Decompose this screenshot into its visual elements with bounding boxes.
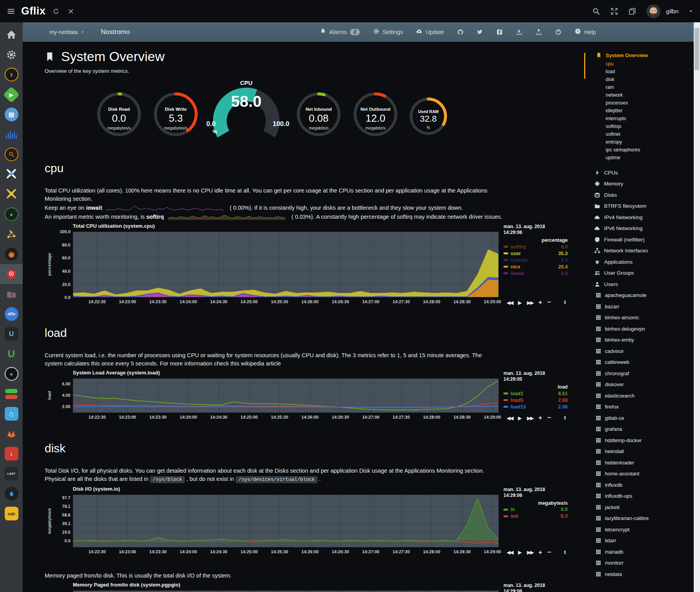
sidebar-item-applications[interactable]: Applications	[594, 256, 689, 268]
sidebar-item-uptime[interactable]: uptime	[596, 154, 689, 162]
sidebar-item-processes[interactable]: processes	[596, 99, 689, 107]
plex-icon[interactable]: ›	[0, 65, 23, 85]
chart-legend[interactable]: man. 13. aug. 201814:29:06megabytes/sin0…	[503, 487, 568, 520]
sidebar-item-network[interactable]: network	[596, 91, 689, 99]
sidebar-item-cpus[interactable]: CPUs	[594, 167, 689, 178]
help-button[interactable]: ? Help	[575, 28, 596, 36]
sidebar-item-firefox[interactable]: firefox	[596, 401, 689, 413]
sidebar-item-heimdall[interactable]: heimdall	[596, 446, 689, 457]
sidebar-item-disk[interactable]: disk	[596, 76, 689, 83]
chart-pan-left-button[interactable]: ◀◀	[507, 415, 513, 421]
sidebar-item-lazylibrarian-calibre[interactable]: lazylibrarian-calibre	[596, 513, 689, 524]
page-scrollbar[interactable]	[694, 22, 700, 592]
sidebar-item-home-assistant[interactable]: home-assistant	[596, 468, 689, 480]
alarms-button[interactable]: Alarms 2	[320, 28, 360, 36]
chart-pan-right-button[interactable]: ▶▶	[527, 415, 533, 421]
gauge-net-outbound[interactable]: Net Outbound12.0megabits/s	[348, 91, 403, 137]
sidebar-item-hiddenloader[interactable]: hiddenloader	[596, 457, 689, 468]
disk-io-chart[interactable]: Disk I/O (system.io)megabytes/s0.019.539…	[45, 486, 577, 557]
node-dropdown[interactable]: my-netdata	[49, 29, 85, 35]
legend-series-load5[interactable]: load52.68	[503, 397, 568, 403]
emby-icon[interactable]: ▶	[0, 85, 23, 104]
gauge-used-ram[interactable]: Used RAM32.8%	[403, 97, 454, 136]
chart-legend[interactable]: man. 13. aug. 201814:29:06megabytes/sin0…	[503, 583, 568, 592]
legend-series-load15[interactable]: load152.06	[503, 403, 568, 410]
chart-zoom-out-button[interactable]: −	[547, 414, 551, 422]
chart-zoom-in-button[interactable]: +	[538, 549, 542, 556]
fullscreen-icon[interactable]	[610, 7, 618, 15]
sidebar-item-interrupts[interactable]: interrupts	[596, 115, 689, 122]
cpu-chart[interactable]: Total CPU utilization (system.cpu)percen…	[45, 223, 577, 307]
sidebar-item-softnet[interactable]: softnet	[596, 130, 689, 138]
sidebar-item-chronograf[interactable]: chronograf	[596, 368, 689, 379]
gitlab-icon[interactable]	[0, 424, 23, 444]
gauge-cpu[interactable]: CPU58.00.0100.0%	[203, 79, 289, 142]
load-chart[interactable]: System Load Average (system.load)load2.0…	[45, 370, 577, 422]
home-icon[interactable]	[0, 25, 23, 45]
sidebar-item-user-groups[interactable]: User Groups	[594, 268, 689, 279]
sidebar-item-idlejitter[interactable]: idlejitter	[596, 107, 689, 115]
search-icon[interactable]	[592, 7, 600, 15]
chart-pan-left-button[interactable]: ◀◀	[507, 549, 513, 555]
home-assistant-icon[interactable]: ⌂	[0, 404, 23, 424]
sidebar-item-mariadb[interactable]: mariadb	[596, 546, 689, 558]
netdata-shield-icon[interactable]	[0, 264, 23, 284]
print-icon[interactable]	[555, 29, 561, 35]
sidebar-item-lidarr[interactable]: lidarr	[596, 535, 689, 547]
sidebar-item-ipc-semaphores[interactable]: ipc semaphores	[596, 146, 689, 154]
sidebar-item-ipv4-networking[interactable]: IPv4 Networking	[594, 212, 689, 223]
gauge-disk-write[interactable]: Disk Write5.3megabytes/s	[148, 91, 203, 137]
settings-gear-icon[interactable]	[0, 45, 23, 65]
app-cross-white-icon[interactable]	[0, 164, 23, 184]
sidebar-item-gitlab-ce[interactable]: gitlab-ce	[596, 412, 689, 424]
chart-resize-handle[interactable]: ▲▼	[563, 550, 566, 555]
username[interactable]: gilbn	[666, 8, 678, 14]
sidebar-item-memory[interactable]: Memory	[594, 178, 689, 190]
node-graph-icon[interactable]	[0, 224, 23, 244]
chart-play-button[interactable]: ▶	[518, 300, 522, 306]
facebook-icon[interactable]	[496, 29, 503, 35]
sidebar-item-binhex-emby[interactable]: binhex-emby	[596, 335, 689, 346]
legend-series-in[interactable]: in0.0	[503, 506, 568, 513]
chart-zoom-in-button[interactable]: +	[538, 414, 542, 422]
memory-paged-chart[interactable]: Memory Paged from/to disk (system.pgpgio…	[45, 582, 577, 592]
sidebar-item-influxdb[interactable]: influxdb	[596, 479, 689, 491]
sidebar-item-jackett[interactable]: jackett	[596, 502, 689, 513]
sidebar-item-network-interfaces[interactable]: Network Interfaces	[594, 245, 689, 257]
chart-plot[interactable]	[73, 378, 499, 413]
docker-folder-icon[interactable]	[0, 284, 23, 304]
chart-pan-right-button[interactable]: ▶▶	[527, 549, 533, 555]
legend-series-softirq[interactable]: softirq0.0	[503, 243, 568, 250]
legend-series-nice[interactable]: nice20.4	[503, 263, 568, 270]
sidebar-item-cpu[interactable]: cpu	[596, 60, 689, 68]
sidebar-item-elasticsearch[interactable]: elasticsearch	[596, 390, 689, 401]
chart-legend[interactable]: man. 13. aug. 201814:29:06percentagesoft…	[503, 224, 568, 277]
sidebar-item-cadvisor[interactable]: cadvisor	[596, 345, 689, 357]
avatar[interactable]	[646, 4, 660, 18]
jackett-icon[interactable]	[0, 144, 23, 164]
import-upload-icon[interactable]	[536, 29, 542, 35]
gauge-net-inbound[interactable]: Net Inbound0.08megabits/s	[289, 91, 348, 137]
legend-series-out[interactable]: out-5.3	[503, 513, 568, 520]
sidebar-item-apacheguacamole[interactable]: apacheguacamole	[596, 290, 689, 301]
nextcloud-icon[interactable]: oOo	[0, 304, 23, 324]
app-cross-yellow-icon[interactable]	[0, 184, 23, 204]
sabnzbd-icon[interactable]: sab	[0, 504, 23, 524]
chart-zoom-in-button[interactable]: +	[538, 299, 542, 306]
sidebar-item-firewall-netfilter-[interactable]: Firewall (netfilter)	[594, 234, 689, 245]
chart-resize-handle[interactable]: ▲▼	[563, 300, 566, 305]
deluge-icon[interactable]: ●	[0, 204, 23, 224]
chart-pan-left-button[interactable]: ◀◀	[507, 300, 513, 306]
airsonic-icon[interactable]	[0, 124, 23, 144]
chart-play-button[interactable]: ▶	[518, 549, 522, 555]
sidebar-item-ram[interactable]: ram	[596, 83, 689, 91]
settings-button[interactable]: Settings	[373, 28, 403, 36]
legend-series-system[interactable]: system2.3	[503, 257, 568, 263]
chart-plot[interactable]	[73, 495, 499, 547]
window-mode-icon[interactable]	[628, 7, 636, 15]
sidebar-item-binhex-airsonic[interactable]: binhex-airsonic	[596, 312, 689, 324]
sidebar-item-grafana[interactable]: grafana	[596, 424, 689, 435]
chart-legend[interactable]: man. 13. aug. 201814:29:05loadload16.51l…	[503, 371, 568, 410]
update-button[interactable]: Update	[416, 28, 444, 36]
youtubedl-icon[interactable]: ↓	[0, 444, 23, 464]
